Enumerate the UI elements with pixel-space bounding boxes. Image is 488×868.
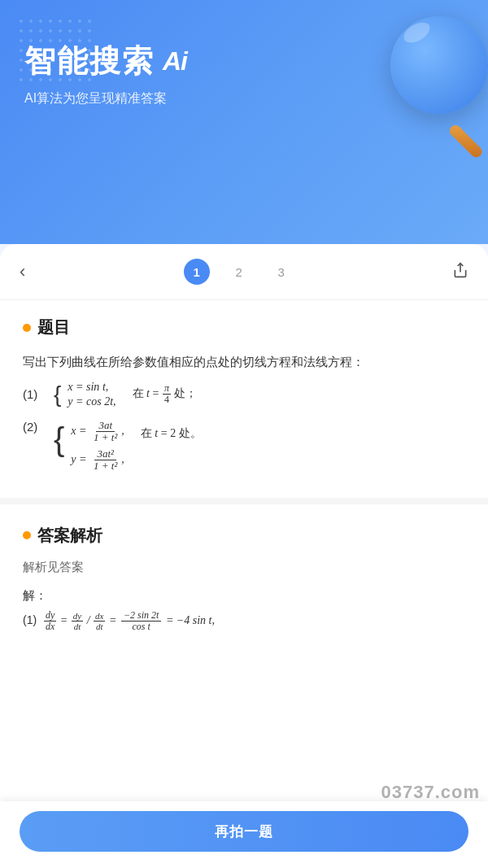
- problem-section: 题目 写出下列曲线在所给参数值相应的点处的切线方程和法线方程： (1) { x …: [0, 300, 488, 494]
- answer-item-1-math: dy dx = dy dt / dx dt = −2 sin 2: [43, 614, 215, 626]
- retake-button[interactable]: 再拍一题: [20, 811, 468, 852]
- answer-item-1: (1) dy dx = dy dt / dx dt: [23, 610, 465, 632]
- hero-section: 智能搜索 Ai AI算法为您呈现精准答案: [0, 0, 488, 244]
- page-nav: 1 2 3: [184, 259, 294, 285]
- dot-orange-answer-icon: [23, 531, 31, 539]
- brace-1: {: [54, 383, 61, 406]
- problem-2-eq2: y = 3at²1 + t²,: [71, 448, 124, 473]
- problem-2: (2) { x = 3at1 + t², y = 3at²1 + t², 在 t…: [23, 420, 465, 473]
- card-wrapper: ‹ 1 2 3 题目 写出下列曲线在所给参数值相应的点处的切线方程和法线方程：: [0, 244, 488, 868]
- nav-bar: ‹ 1 2 3: [0, 244, 488, 300]
- decorative-dots: [16, 16, 114, 98]
- section-divider: [0, 498, 488, 504]
- magnifier-illustration: [366, 16, 488, 146]
- problem-2-label: (2): [23, 420, 47, 434]
- page-2-button[interactable]: 2: [226, 259, 252, 285]
- bottom-bar: 再拍一题: [0, 801, 488, 868]
- problem-1-eq1: x = sin t,: [68, 381, 115, 394]
- problem-2-eq1: x = 3at1 + t²,: [71, 420, 124, 444]
- problem-2-system: x = 3at1 + t², y = 3at²1 + t²,: [71, 420, 124, 473]
- page-1-button[interactable]: 1: [184, 259, 210, 285]
- problem-1-label: (1): [23, 387, 47, 401]
- share-button[interactable]: [452, 262, 468, 282]
- content-card: ‹ 1 2 3 题目 写出下列曲线在所给参数值相应的点处的切线方程和法线方程：: [0, 244, 488, 868]
- problem-1-condition: 在 t = π4 处；: [133, 383, 198, 405]
- answer-section: 答案解析 解析见答案 解： (1) dy dx = dy dt /: [0, 508, 488, 648]
- dot-orange-icon: [23, 324, 31, 332]
- problem-1-eq2: y = cos 2t,: [68, 395, 115, 408]
- problem-description: 写出下列曲线在所给参数值相应的点处的切线方程和法线方程：: [23, 351, 465, 373]
- back-button[interactable]: ‹: [20, 261, 25, 282]
- problem-2-condition: 在 t = 2 处。: [141, 426, 202, 441]
- problem-title: 题目: [23, 316, 465, 338]
- brace-2: {: [54, 420, 64, 459]
- answer-title: 答案解析: [23, 525, 465, 547]
- page-3-button[interactable]: 3: [268, 259, 294, 285]
- problem-1-system: x = sin t, y = cos 2t,: [68, 381, 115, 408]
- answer-item-1-label: (1): [23, 613, 37, 626]
- answer-note: 解析见答案: [23, 560, 465, 575]
- problem-1: (1) { x = sin t, y = cos 2t, 在 t = π4 处；: [23, 381, 465, 408]
- answer-solution-label: 解：: [23, 588, 465, 604]
- ai-badge: Ai: [163, 46, 187, 76]
